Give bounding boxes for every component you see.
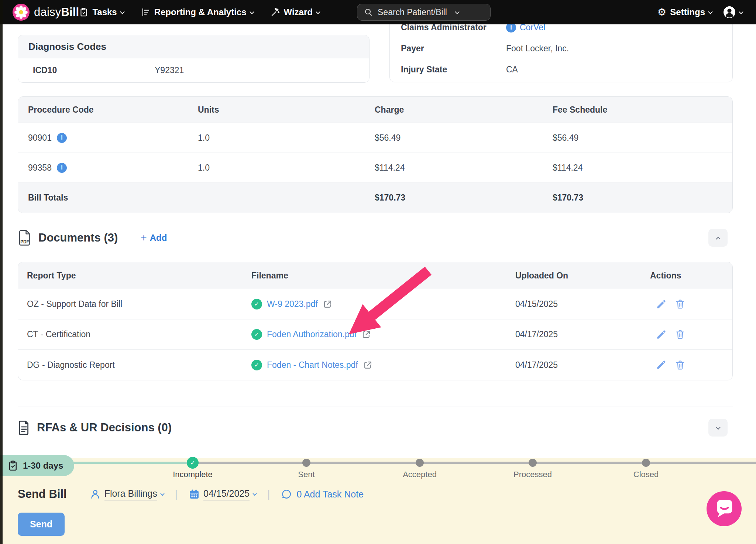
check-circle-icon: ✓: [251, 299, 262, 309]
svg-text:PDF: PDF: [20, 239, 29, 244]
info-icon[interactable]: i: [57, 133, 67, 143]
info-icon[interactable]: i: [57, 163, 67, 173]
nav-tasks[interactable]: Tasks: [79, 7, 124, 17]
delete-trash-icon[interactable]: [675, 360, 685, 370]
external-link-icon[interactable]: [323, 299, 333, 309]
chevron-down-icon: [160, 492, 164, 496]
gear-icon: ⚙: [657, 7, 666, 17]
chevron-down-icon: [120, 9, 125, 14]
brand-logo[interactable]: daisyBill: [13, 4, 79, 21]
documents-section-header: PDF Documents (3) + Add: [18, 227, 733, 248]
chevron-down-icon: [716, 425, 721, 430]
documents-title: Documents (3): [38, 231, 118, 244]
edit-pencil-icon[interactable]: [656, 299, 667, 310]
bill-totals-row: Bill Totals $170.73 $170.73: [18, 183, 732, 213]
table-row: OZ - Support Data for Bill ✓ W-9 2023.pd…: [18, 289, 732, 319]
add-task-note-button[interactable]: 0 Add Task Note: [281, 489, 364, 500]
plus-icon: +: [141, 233, 147, 243]
expand-rfas-button[interactable]: [708, 419, 728, 437]
bar-chart-icon: [141, 7, 151, 17]
delete-trash-icon[interactable]: [675, 299, 685, 309]
chevron-down-icon: [455, 9, 460, 14]
step-dot: [416, 459, 424, 467]
col-actions: Actions: [650, 271, 732, 281]
charge-value: $114.24: [375, 163, 553, 173]
document-icon: [18, 420, 30, 435]
chat-widget-button[interactable]: [707, 491, 742, 526]
date-selector[interactable]: 04/15/2025: [189, 488, 256, 500]
person-icon: [90, 489, 101, 500]
diagnosis-codes-card: Diagnosis Codes ICD10 Y92321: [18, 35, 370, 83]
nav-wizard[interactable]: Wizard: [271, 7, 320, 17]
step-label: Accepted: [403, 470, 437, 479]
send-button[interactable]: Send: [18, 513, 65, 536]
procedures-table: Procedure Code Units Charge Fee Schedule…: [18, 96, 733, 213]
send-bill-title: Send Bill: [18, 487, 67, 501]
speech-bubble-icon: [281, 489, 292, 500]
add-document-button[interactable]: + Add: [141, 233, 167, 243]
payer-row: Payer Foot Locker, Inc.: [390, 38, 732, 59]
table-row: 90901i 1.0 $56.49 $56.49: [18, 123, 732, 153]
clipboard-check-icon: [7, 460, 18, 471]
step-label: Incomplete: [173, 470, 213, 479]
fee-value: $114.24: [553, 163, 732, 173]
uploaded-on-date: 04/15/2025: [515, 299, 650, 309]
table-row: CT - Certification ✓ Foden Authorization…: [18, 319, 732, 350]
documents-header-row: Report Type Filename Uploaded On Actions: [18, 262, 732, 289]
file-link[interactable]: Foden - Chart Notes.pdf: [267, 360, 358, 370]
progress-track-remaining: [193, 462, 756, 464]
report-type: CT - Certification: [18, 329, 251, 339]
col-units: Units: [198, 105, 375, 115]
step-dot: [529, 459, 537, 467]
payer-label: Payer: [401, 44, 506, 54]
fee-value: $56.49: [553, 133, 732, 143]
search-patient-bill[interactable]: Search Patient/Bill: [357, 4, 491, 21]
check-circle-icon: ✓: [251, 360, 262, 370]
app-screen: daisyBill Tasks Reporting & Analytics: [0, 0, 756, 544]
icd10-code: Y92321: [155, 65, 369, 75]
injury-state-row: Injury State CA: [390, 59, 732, 80]
pdf-file-icon: PDF: [18, 230, 32, 246]
delete-trash-icon[interactable]: [675, 329, 685, 340]
nav-reporting[interactable]: Reporting & Analytics: [141, 7, 254, 17]
external-link-icon[interactable]: [361, 329, 371, 339]
col-procedure-code: Procedure Code: [18, 105, 198, 115]
step-dot: [642, 459, 650, 467]
chevron-down-icon: [708, 9, 713, 14]
units-value: 1.0: [198, 133, 375, 143]
edit-pencil-icon[interactable]: [656, 329, 667, 340]
chevron-down-icon: [739, 9, 743, 14]
icd10-label: ICD10: [33, 65, 155, 75]
file-link[interactable]: Foden Authorization.pdf: [267, 329, 357, 339]
nav-user-menu[interactable]: [723, 6, 743, 18]
chevron-down-icon: [250, 9, 254, 14]
biller-selector[interactable]: Flora Billings: [90, 488, 164, 500]
chat-bubble-icon: [707, 491, 742, 526]
step-label: Sent: [298, 470, 315, 479]
units-value: 1.0: [198, 163, 375, 173]
documents-table: Report Type Filename Uploaded On Actions…: [18, 262, 733, 380]
section-divider: [18, 407, 733, 407]
external-link-icon[interactable]: [363, 360, 373, 370]
report-type: OZ - Support Data for Bill: [18, 299, 251, 309]
edit-pencil-icon[interactable]: [656, 359, 667, 370]
col-report-type: Report Type: [18, 271, 251, 281]
bill-totals-label: Bill Totals: [18, 193, 198, 203]
nav-settings[interactable]: ⚙ Settings: [657, 7, 712, 17]
col-uploaded-on: Uploaded On: [515, 271, 650, 281]
daisy-flower-icon: [13, 4, 30, 21]
total-fee: $170.73: [553, 193, 732, 203]
procedure-code: 99358: [28, 163, 52, 173]
step-label: Closed: [633, 470, 659, 479]
calendar-icon: [189, 489, 200, 500]
send-bill-bar: 1-30 days ✓ Incomplete Sent Accepted Pro…: [0, 458, 756, 544]
window-edge: [0, 0, 3, 544]
col-charge: Charge: [375, 105, 553, 115]
search-icon: [364, 8, 373, 17]
collapse-documents-button[interactable]: [708, 229, 728, 247]
file-link[interactable]: W-9 2023.pdf: [267, 299, 318, 309]
clipboard-icon: [79, 7, 89, 17]
report-type: DG - Diagnostic Report: [18, 360, 251, 370]
diagnosis-row: ICD10 Y92321: [18, 58, 369, 82]
payer-value: Foot Locker, Inc.: [506, 44, 732, 54]
